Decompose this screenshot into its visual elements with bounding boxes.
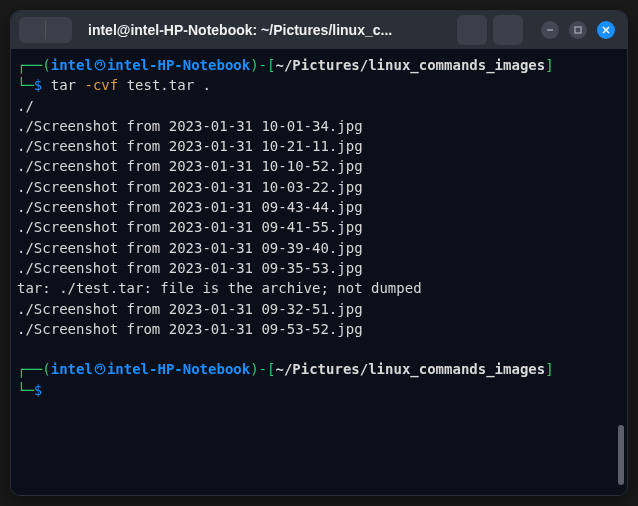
svg-point-4 bbox=[95, 365, 105, 375]
output-line: ./Screenshot from 2023-01-31 09-39-40.jp… bbox=[17, 240, 363, 256]
search-button[interactable] bbox=[457, 15, 487, 45]
hamburger-menu-button[interactable] bbox=[493, 15, 523, 45]
command-flag: -cvf bbox=[84, 77, 118, 93]
kali-swirl-icon bbox=[93, 58, 107, 72]
prompt-corner-bottom: └─ bbox=[17, 77, 34, 93]
prompt2-path: ~/Pictures/linux_commands_images bbox=[275, 361, 545, 377]
output-line: ./Screenshot from 2023-01-31 10-10-52.jp… bbox=[17, 158, 363, 174]
prompt2-corner-top: ┌──( bbox=[17, 361, 51, 377]
tab-menu-button[interactable] bbox=[46, 17, 72, 43]
output-line: ./Screenshot from 2023-01-31 09-53-52.jp… bbox=[17, 321, 363, 337]
prompt-user: intel bbox=[51, 57, 93, 73]
new-tab-button[interactable] bbox=[19, 17, 45, 43]
close-button[interactable] bbox=[597, 21, 615, 39]
output-line: ./Screenshot from 2023-01-31 09-32-51.jp… bbox=[17, 301, 363, 317]
prompt2-host: intel-HP-Notebook bbox=[107, 361, 250, 377]
prompt-host: intel-HP-Notebook bbox=[107, 57, 250, 73]
window-controls bbox=[541, 21, 615, 39]
terminal-window: intel@intel-HP-Notebook: ~/Pictures/linu… bbox=[10, 10, 628, 496]
maximize-icon bbox=[573, 22, 583, 38]
output-line: ./Screenshot from 2023-01-31 09-35-53.jp… bbox=[17, 260, 363, 276]
maximize-button[interactable] bbox=[569, 21, 587, 39]
output-line: ./Screenshot from 2023-01-31 09-41-55.jp… bbox=[17, 219, 363, 235]
prompt2-bracket-end: ] bbox=[545, 361, 553, 377]
kali-swirl-icon bbox=[93, 362, 107, 376]
minimize-icon bbox=[545, 22, 555, 38]
titlebar: intel@intel-HP-Notebook: ~/Pictures/linu… bbox=[11, 11, 627, 49]
window-title: intel@intel-HP-Notebook: ~/Pictures/linu… bbox=[78, 22, 451, 38]
output-line: ./Screenshot from 2023-01-31 10-21-11.jp… bbox=[17, 138, 363, 154]
prompt-corner-top: ┌──( bbox=[17, 57, 51, 73]
minimize-button[interactable] bbox=[541, 21, 559, 39]
output-line: ./Screenshot from 2023-01-31 09-43-44.jp… bbox=[17, 199, 363, 215]
close-icon bbox=[601, 22, 611, 38]
output-line: ./Screenshot from 2023-01-31 10-01-34.jp… bbox=[17, 118, 363, 134]
svg-rect-2 bbox=[575, 27, 581, 33]
output-line: ./Screenshot from 2023-01-31 10-03-22.jp… bbox=[17, 179, 363, 195]
prompt2-corner-bottom: └─ bbox=[17, 382, 34, 398]
prompt2-dollar: $ bbox=[34, 382, 42, 398]
prompt-dollar: $ bbox=[34, 77, 42, 93]
svg-point-3 bbox=[95, 60, 105, 70]
output-line: ./ bbox=[17, 98, 34, 114]
output-lines: ./ ./Screenshot from 2023-01-31 10-01-34… bbox=[17, 98, 422, 337]
prompt-bracket-end: ] bbox=[545, 57, 553, 73]
prompt2-bracket-mid: )-[ bbox=[250, 361, 275, 377]
new-tab-group bbox=[19, 17, 72, 43]
command-args: test.tar . bbox=[127, 77, 211, 93]
terminal-output-area[interactable]: ┌──(intelintel-HP-Notebook)-[~/Pictures/… bbox=[11, 49, 627, 495]
prompt2-user: intel bbox=[51, 361, 93, 377]
prompt-bracket-mid: )-[ bbox=[250, 57, 275, 73]
command-bin: tar bbox=[51, 77, 76, 93]
scrollbar-thumb[interactable] bbox=[618, 425, 624, 485]
output-line: tar: ./test.tar: file is the archive; no… bbox=[17, 280, 422, 296]
prompt-path: ~/Pictures/linux_commands_images bbox=[275, 57, 545, 73]
